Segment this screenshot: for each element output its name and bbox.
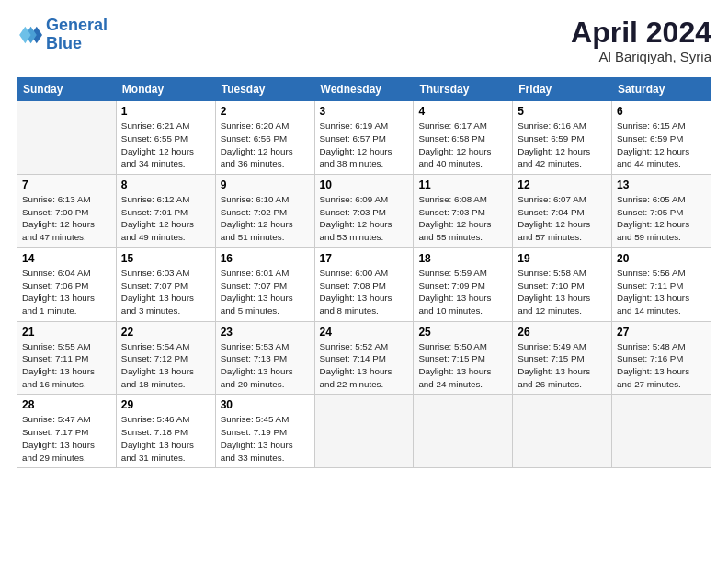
day-number: 3	[320, 105, 409, 118]
day-number: 30	[221, 398, 310, 411]
calendar-cell: 6Sunrise: 6:15 AM Sunset: 6:59 PM Daylig…	[612, 101, 711, 175]
day-info: Sunrise: 6:08 AM Sunset: 7:03 PM Dayligh…	[418, 193, 507, 244]
day-info: Sunrise: 5:59 AM Sunset: 7:09 PM Dayligh…	[418, 267, 507, 317]
logo-icon	[17, 22, 42, 48]
day-info: Sunrise: 5:48 AM Sunset: 7:16 PM Dayligh…	[617, 340, 706, 391]
calendar-cell: 27Sunrise: 5:48 AM Sunset: 7:16 PM Dayli…	[612, 321, 711, 395]
day-number: 8	[121, 178, 210, 191]
calendar-cell: 21Sunrise: 5:55 AM Sunset: 7:11 PM Dayli…	[17, 321, 117, 395]
day-number: 20	[617, 252, 706, 265]
day-number: 7	[22, 178, 111, 191]
calendar-cell: 8Sunrise: 6:12 AM Sunset: 7:01 PM Daylig…	[116, 175, 215, 248]
day-number: 9	[221, 178, 310, 191]
day-number: 18	[418, 252, 507, 265]
logo-line1: General	[46, 16, 108, 34]
day-info: Sunrise: 6:17 AM Sunset: 6:58 PM Dayligh…	[418, 120, 507, 170]
day-number: 22	[121, 326, 210, 339]
day-info: Sunrise: 6:09 AM Sunset: 7:03 PM Dayligh…	[320, 193, 409, 244]
day-info: Sunrise: 5:50 AM Sunset: 7:15 PM Dayligh…	[418, 340, 507, 391]
calendar-cell: 11Sunrise: 6:08 AM Sunset: 7:03 PM Dayli…	[414, 175, 513, 248]
day-number: 13	[617, 178, 706, 191]
calendar-cell: 20Sunrise: 5:56 AM Sunset: 7:11 PM Dayli…	[612, 247, 711, 321]
calendar-cell: 12Sunrise: 6:07 AM Sunset: 7:04 PM Dayli…	[513, 175, 612, 248]
day-info: Sunrise: 5:53 AM Sunset: 7:13 PM Dayligh…	[221, 340, 310, 391]
day-info: Sunrise: 6:21 AM Sunset: 6:55 PM Dayligh…	[121, 120, 210, 170]
day-info: Sunrise: 5:55 AM Sunset: 7:11 PM Dayligh…	[22, 340, 111, 391]
day-number: 12	[518, 178, 607, 191]
logo: General Blue	[17, 17, 108, 53]
day-number: 19	[518, 252, 607, 265]
calendar-cell: 26Sunrise: 5:49 AM Sunset: 7:15 PM Dayli…	[513, 321, 612, 395]
calendar-cell: 1Sunrise: 6:21 AM Sunset: 6:55 PM Daylig…	[116, 101, 215, 175]
location-subtitle: Al Bariqiyah, Syria	[571, 49, 711, 64]
day-number: 1	[121, 105, 210, 118]
day-info: Sunrise: 6:05 AM Sunset: 7:05 PM Dayligh…	[617, 193, 706, 244]
day-info: Sunrise: 6:13 AM Sunset: 7:00 PM Dayligh…	[22, 193, 111, 244]
header-thursday: Thursday	[414, 78, 513, 101]
header-tuesday: Tuesday	[215, 78, 314, 101]
header-sunday: Sunday	[17, 78, 117, 101]
calendar-cell: 10Sunrise: 6:09 AM Sunset: 7:03 PM Dayli…	[314, 175, 414, 248]
calendar-cell: 7Sunrise: 6:13 AM Sunset: 7:00 PM Daylig…	[17, 175, 117, 248]
day-number: 28	[22, 398, 111, 411]
day-number: 15	[121, 252, 210, 265]
header: General Blue April 2024 Al Bariqiyah, Sy…	[17, 17, 711, 64]
day-info: Sunrise: 6:16 AM Sunset: 6:59 PM Dayligh…	[518, 120, 607, 170]
calendar-cell: 3Sunrise: 6:19 AM Sunset: 6:57 PM Daylig…	[314, 101, 414, 175]
day-number: 27	[617, 326, 706, 339]
calendar-cell: 14Sunrise: 6:04 AM Sunset: 7:06 PM Dayli…	[17, 247, 117, 321]
day-number: 4	[418, 105, 507, 118]
day-number: 17	[320, 252, 409, 265]
header-saturday: Saturday	[612, 78, 711, 101]
day-info: Sunrise: 5:49 AM Sunset: 7:15 PM Dayligh…	[518, 340, 607, 391]
calendar-week-row: 14Sunrise: 6:04 AM Sunset: 7:06 PM Dayli…	[17, 247, 711, 321]
calendar-cell: 15Sunrise: 6:03 AM Sunset: 7:07 PM Dayli…	[116, 247, 215, 321]
day-info: Sunrise: 6:10 AM Sunset: 7:02 PM Dayligh…	[221, 193, 310, 244]
day-info: Sunrise: 5:47 AM Sunset: 7:17 PM Dayligh…	[22, 413, 111, 464]
day-info: Sunrise: 5:45 AM Sunset: 7:19 PM Dayligh…	[221, 413, 310, 464]
day-info: Sunrise: 6:12 AM Sunset: 7:01 PM Dayligh…	[121, 193, 210, 244]
calendar-cell: 29Sunrise: 5:46 AM Sunset: 7:18 PM Dayli…	[116, 395, 215, 468]
calendar-cell: 18Sunrise: 5:59 AM Sunset: 7:09 PM Dayli…	[414, 247, 513, 321]
calendar-week-row: 7Sunrise: 6:13 AM Sunset: 7:00 PM Daylig…	[17, 175, 711, 248]
calendar-cell: 25Sunrise: 5:50 AM Sunset: 7:15 PM Dayli…	[414, 321, 513, 395]
day-info: Sunrise: 5:52 AM Sunset: 7:14 PM Dayligh…	[320, 340, 409, 391]
calendar-cell: 30Sunrise: 5:45 AM Sunset: 7:19 PM Dayli…	[215, 395, 314, 468]
day-number: 11	[418, 178, 507, 191]
calendar-cell: 24Sunrise: 5:52 AM Sunset: 7:14 PM Dayli…	[314, 321, 414, 395]
day-number: 24	[320, 326, 409, 339]
calendar-cell	[513, 395, 612, 468]
day-number: 26	[518, 326, 607, 339]
calendar-cell: 17Sunrise: 6:00 AM Sunset: 7:08 PM Dayli…	[314, 247, 414, 321]
calendar-week-row: 1Sunrise: 6:21 AM Sunset: 6:55 PM Daylig…	[17, 101, 711, 175]
day-number: 16	[221, 252, 310, 265]
calendar-cell	[612, 395, 711, 468]
calendar-cell: 2Sunrise: 6:20 AM Sunset: 6:56 PM Daylig…	[215, 101, 314, 175]
day-info: Sunrise: 6:01 AM Sunset: 7:07 PM Dayligh…	[221, 267, 310, 317]
day-info: Sunrise: 6:07 AM Sunset: 7:04 PM Dayligh…	[518, 193, 607, 244]
calendar-cell: 28Sunrise: 5:47 AM Sunset: 7:17 PM Dayli…	[17, 395, 117, 468]
calendar-cell: 5Sunrise: 6:16 AM Sunset: 6:59 PM Daylig…	[513, 101, 612, 175]
calendar-week-row: 28Sunrise: 5:47 AM Sunset: 7:17 PM Dayli…	[17, 395, 711, 468]
day-number: 6	[617, 105, 706, 118]
logo-text: General Blue	[46, 17, 108, 53]
day-info: Sunrise: 5:46 AM Sunset: 7:18 PM Dayligh…	[121, 413, 210, 464]
day-info: Sunrise: 6:15 AM Sunset: 6:59 PM Dayligh…	[617, 120, 706, 170]
day-info: Sunrise: 6:19 AM Sunset: 6:57 PM Dayligh…	[320, 120, 409, 170]
day-number: 21	[22, 326, 111, 339]
calendar-cell: 19Sunrise: 5:58 AM Sunset: 7:10 PM Dayli…	[513, 247, 612, 321]
day-number: 25	[418, 326, 507, 339]
calendar-cell: 9Sunrise: 6:10 AM Sunset: 7:02 PM Daylig…	[215, 175, 314, 248]
title-block: April 2024 Al Bariqiyah, Syria	[571, 17, 711, 64]
calendar-cell: 4Sunrise: 6:17 AM Sunset: 6:58 PM Daylig…	[414, 101, 513, 175]
header-friday: Friday	[513, 78, 612, 101]
day-number: 14	[22, 252, 111, 265]
day-info: Sunrise: 6:20 AM Sunset: 6:56 PM Dayligh…	[221, 120, 310, 170]
calendar-cell: 23Sunrise: 5:53 AM Sunset: 7:13 PM Dayli…	[215, 321, 314, 395]
day-info: Sunrise: 6:00 AM Sunset: 7:08 PM Dayligh…	[320, 267, 409, 317]
calendar-cell: 13Sunrise: 6:05 AM Sunset: 7:05 PM Dayli…	[612, 175, 711, 248]
day-info: Sunrise: 5:58 AM Sunset: 7:10 PM Dayligh…	[518, 267, 607, 317]
calendar-header-row: SundayMondayTuesdayWednesdayThursdayFrid…	[17, 78, 711, 101]
calendar-cell: 16Sunrise: 6:01 AM Sunset: 7:07 PM Dayli…	[215, 247, 314, 321]
calendar-cell: 22Sunrise: 5:54 AM Sunset: 7:12 PM Dayli…	[116, 321, 215, 395]
